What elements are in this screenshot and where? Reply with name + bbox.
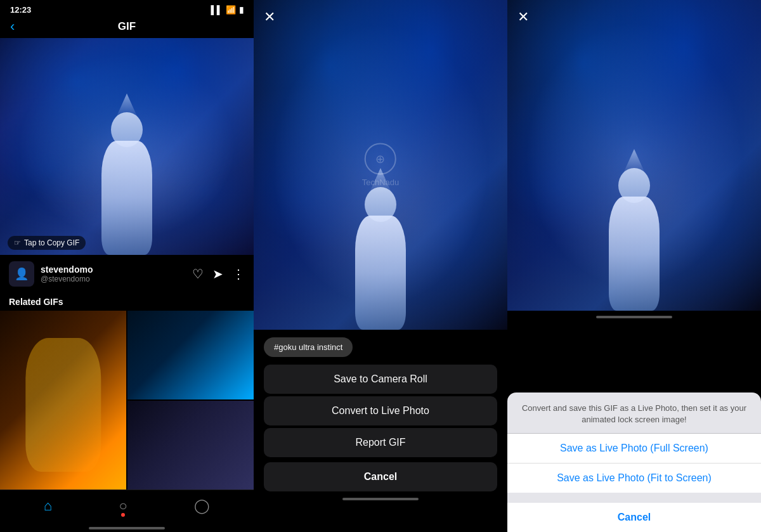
- user-row: 👤 stevendomo @stevendomo ♡ ➤ ⋮: [0, 255, 254, 293]
- bottom-nav: ⌂ ○ ◯: [0, 490, 254, 527]
- search-nav-icon: ○: [119, 498, 127, 514]
- status-icons: ▌▌ 📶 ▮: [211, 5, 244, 15]
- battery-icon: ▮: [239, 5, 244, 15]
- related-gifs-label: Related GIFs: [0, 293, 254, 311]
- more-button[interactable]: ⋮: [232, 266, 245, 282]
- related-bg-ssj: [0, 311, 126, 490]
- panel-2: ✕ ⊕ TechNadu #goku ultra instinct Save t…: [254, 0, 507, 532]
- panel3-cancel-button[interactable]: Cancel: [507, 503, 761, 532]
- panel-3: ✕ Convert and save this GIF as a Live Ph…: [507, 0, 761, 532]
- save-to-camera-roll-button[interactable]: Save to Camera Roll: [264, 365, 497, 394]
- user-avatar: 👤: [9, 261, 34, 287]
- related-gifs-grid: [0, 311, 254, 490]
- signal-icon: ▌▌: [211, 5, 223, 15]
- hand-icon: ☞: [14, 238, 21, 247]
- panel3-home-indicator: [596, 316, 672, 318]
- watermark-circle: ⊕: [365, 143, 396, 175]
- goku-figure: [79, 65, 174, 255]
- convert-to-live-photo-button[interactable]: Convert to Live Photo: [264, 396, 497, 425]
- nav-home[interactable]: ⌂: [44, 498, 52, 514]
- nav-search[interactable]: ○: [119, 498, 127, 514]
- report-gif-button[interactable]: Report GIF: [264, 428, 497, 457]
- panel2-cancel-button[interactable]: Cancel: [264, 462, 497, 491]
- tap-copy-label: ☞ Tap to Copy GIF: [8, 236, 86, 250]
- goku-torso: [101, 141, 152, 255]
- wifi-icon: 📶: [226, 5, 236, 15]
- user-name[interactable]: stevendomo: [41, 264, 186, 275]
- panel3-close-button[interactable]: ✕: [517, 9, 529, 25]
- like-button[interactable]: ♡: [192, 266, 204, 282]
- panel3-goku-torso: [609, 197, 660, 311]
- related-bg-blue: [127, 311, 254, 399]
- panel2-goku-torso: [355, 216, 406, 330]
- back-button[interactable]: ‹: [10, 18, 15, 35]
- save-fit-screen-button[interactable]: Save as Live Photo (Fit to Screen): [507, 463, 761, 493]
- action-sheet: Save to Camera Roll Convert to Live Phot…: [254, 365, 507, 457]
- profile-icon: ◯: [194, 498, 210, 514]
- panel2-close-button[interactable]: ✕: [264, 9, 275, 25]
- gif-tag[interactable]: #goku ultra instinct: [264, 337, 353, 357]
- user-info: stevendomo @stevendomo: [41, 264, 186, 283]
- panel3-goku-figure: [587, 120, 682, 311]
- save-full-screen-button[interactable]: Save as Live Photo (Full Screen): [507, 434, 761, 463]
- page-title: GIF: [118, 20, 136, 33]
- panel2-gif-image: ⊕ TechNadu: [254, 0, 507, 330]
- sheet-description: Convert and save this GIF as a Live Phot…: [507, 393, 761, 433]
- panel3-gif-image: [507, 0, 761, 311]
- watermark: ⊕ TechNadu: [362, 143, 400, 187]
- related-gif-2[interactable]: [127, 311, 254, 399]
- share-button[interactable]: ➤: [212, 266, 223, 282]
- home-indicator: [89, 527, 165, 529]
- live-photo-sheet: Convert and save this GIF as a Live Phot…: [507, 393, 761, 532]
- related-gif-3[interactable]: [127, 401, 254, 490]
- related-bg-dark: [127, 401, 254, 490]
- panel2-home-indicator: [342, 498, 419, 500]
- user-actions: ♡ ➤ ⋮: [192, 266, 245, 282]
- nav-dot: [121, 513, 125, 517]
- user-handle: @stevendomo: [41, 275, 186, 283]
- status-bar: 12:23 ▌▌ 📶 ▮: [0, 0, 254, 17]
- nav-profile[interactable]: ◯: [194, 498, 210, 514]
- related-gif-1[interactable]: [0, 311, 126, 490]
- status-time: 12:23: [10, 5, 31, 15]
- main-gif-image[interactable]: ☞ Tap to Copy GIF: [0, 38, 254, 255]
- panel-1: 12:23 ▌▌ 📶 ▮ ‹ GIF ☞ Tap to Copy GIF 👤 s…: [0, 0, 254, 532]
- watermark-text: TechNadu: [362, 178, 400, 187]
- ssj-figure: [25, 338, 101, 472]
- sheet-gap: [507, 493, 761, 498]
- home-icon: ⌂: [44, 498, 52, 514]
- avatar-icon: 👤: [15, 267, 29, 281]
